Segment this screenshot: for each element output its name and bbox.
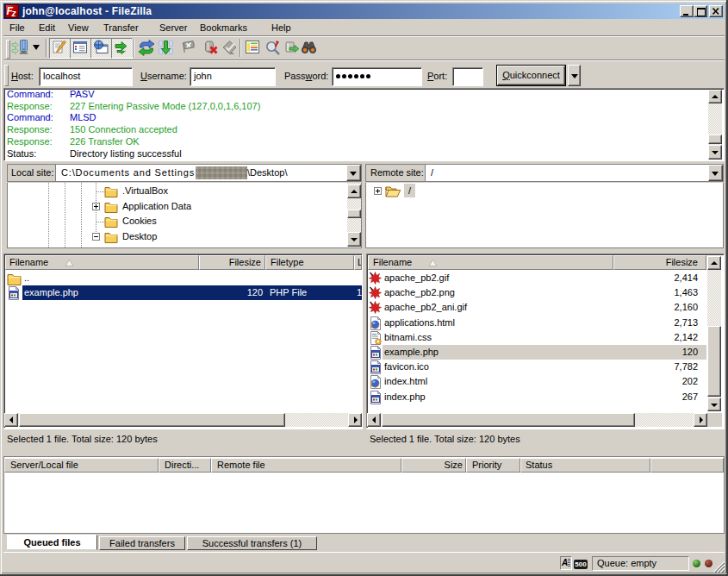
svg-text:z: z (11, 9, 16, 18)
